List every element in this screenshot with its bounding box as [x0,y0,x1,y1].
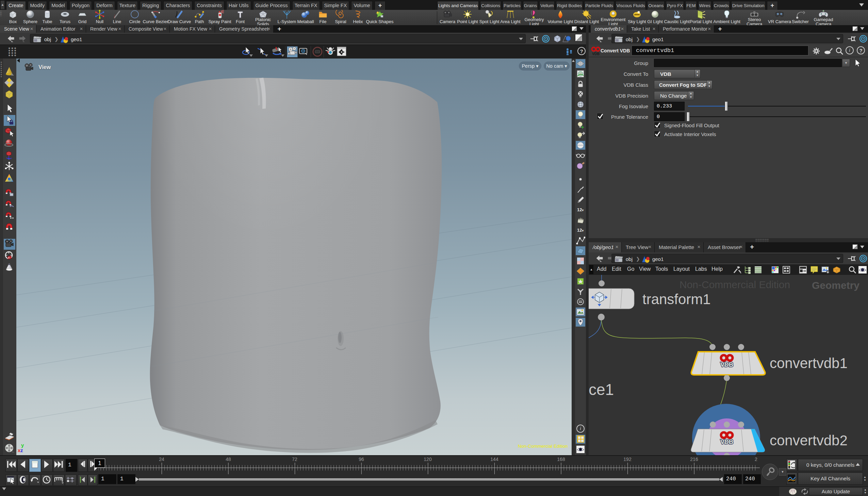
svg-text:VDB: VDB [592,52,600,56]
svg-text:VDB: VDB [720,438,733,445]
svg-text:VDB: VDB [720,361,733,368]
